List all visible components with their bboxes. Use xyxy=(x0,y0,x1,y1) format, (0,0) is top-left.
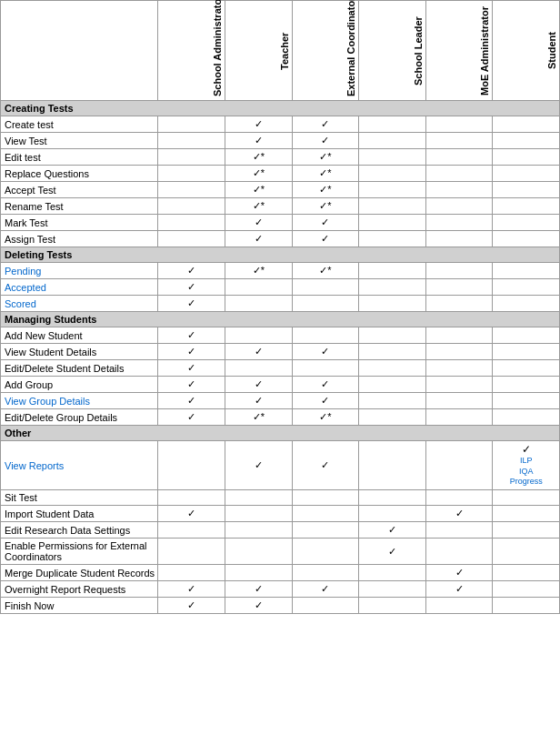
row-label: Assign Test xyxy=(1,231,158,247)
section-label: Managing Students xyxy=(1,312,560,327)
cell: ✓ xyxy=(158,581,225,598)
cell xyxy=(493,598,560,614)
table-row: Add Group✓✓✓ xyxy=(1,377,560,393)
cell xyxy=(493,166,560,182)
section-header: Creating Tests xyxy=(1,101,560,116)
cell xyxy=(359,279,426,296)
table-row: Edit/Delete Group Details✓✓*✓* xyxy=(1,409,560,426)
cell xyxy=(158,116,225,133)
row-label: Create test xyxy=(1,116,158,133)
cell xyxy=(493,565,560,581)
cell xyxy=(493,215,560,231)
cell xyxy=(225,539,293,565)
cell xyxy=(158,166,225,182)
section-label: Creating Tests xyxy=(1,101,560,116)
cell: ✓ xyxy=(225,598,293,614)
section-header: Other xyxy=(1,426,560,441)
cell xyxy=(359,296,426,312)
cell: ✓ xyxy=(225,441,293,490)
row-label[interactable]: View Reports xyxy=(1,441,158,490)
cell xyxy=(225,565,293,581)
cell xyxy=(425,377,493,393)
row-label: View Student Details xyxy=(1,344,158,360)
cell: ✓ xyxy=(158,506,225,522)
cell xyxy=(359,344,426,360)
cell xyxy=(225,522,293,539)
table-row: Finish Now✓✓ xyxy=(1,598,560,614)
cell xyxy=(425,296,493,312)
cell xyxy=(493,182,560,198)
cell xyxy=(493,296,560,312)
cell: ✓ xyxy=(425,565,493,581)
cell xyxy=(425,539,493,565)
cell xyxy=(158,231,225,247)
row-label: Mark Test xyxy=(1,215,158,231)
table-row: Sit Test xyxy=(1,490,560,506)
cell: ✓ xyxy=(292,133,359,149)
cell: ✓* xyxy=(225,182,293,198)
row-label[interactable]: Scored xyxy=(1,296,158,312)
cell xyxy=(493,539,560,565)
row-label: Edit/Delete Student Details xyxy=(1,360,158,377)
cell xyxy=(493,522,560,539)
section-label: Deleting Tests xyxy=(1,247,560,263)
cell xyxy=(225,327,293,344)
cell xyxy=(493,279,560,296)
table-row: Enable Permissions for External Coordina… xyxy=(1,539,560,565)
header-row: School Administrator Teacher External Co… xyxy=(1,1,560,101)
cell xyxy=(359,360,426,377)
cell xyxy=(292,296,359,312)
cell xyxy=(292,522,359,539)
cell xyxy=(425,598,493,614)
cell: ✓ xyxy=(359,522,426,539)
table-row: Accepted✓ xyxy=(1,279,560,296)
cell xyxy=(292,598,359,614)
cell xyxy=(425,279,493,296)
cell xyxy=(359,231,426,247)
cell xyxy=(359,490,426,506)
row-label: Enable Permissions for External Coordina… xyxy=(1,539,158,565)
cell: ✓ xyxy=(292,116,359,133)
row-label[interactable]: View Group Details xyxy=(1,393,158,409)
cell xyxy=(425,182,493,198)
row-label: Accept Test xyxy=(1,182,158,198)
cell xyxy=(425,149,493,166)
col-school-administrator: School Administrator xyxy=(158,1,225,101)
row-label: Sit Test xyxy=(1,490,158,506)
cell xyxy=(359,565,426,581)
cell xyxy=(158,215,225,231)
cell: ✓ xyxy=(158,263,225,279)
cell xyxy=(359,409,426,426)
cell: ✓* xyxy=(292,409,359,426)
cell xyxy=(425,263,493,279)
row-label: Add Group xyxy=(1,377,158,393)
cell xyxy=(425,231,493,247)
cell: ✓ xyxy=(425,581,493,598)
cell xyxy=(158,522,225,539)
cell xyxy=(493,327,560,344)
row-label: Add New Student xyxy=(1,327,158,344)
row-label: Finish Now xyxy=(1,598,158,614)
cell xyxy=(158,182,225,198)
col-student: Student xyxy=(493,1,560,101)
row-label[interactable]: Accepted xyxy=(1,279,158,296)
table-row: Create test✓✓ xyxy=(1,116,560,133)
table-row: View Group Details✓✓✓ xyxy=(1,393,560,409)
row-label: Merge Duplicate Student Records xyxy=(1,565,158,581)
cell: ✓* xyxy=(225,166,293,182)
cell xyxy=(493,198,560,215)
cell xyxy=(425,215,493,231)
cell xyxy=(425,133,493,149)
cell: ✓ xyxy=(225,377,293,393)
cell xyxy=(425,409,493,426)
cell xyxy=(225,360,293,377)
table-row: View Test✓✓ xyxy=(1,133,560,149)
row-label: Import Student Data xyxy=(1,506,158,522)
cell xyxy=(292,565,359,581)
cell: ✓ xyxy=(425,506,493,522)
table-row: Accept Test✓*✓* xyxy=(1,182,560,198)
table-row: Rename Test✓*✓* xyxy=(1,198,560,215)
cell xyxy=(158,539,225,565)
table-row: Edit Research Data Settings✓ xyxy=(1,522,560,539)
row-label[interactable]: Pending xyxy=(1,263,158,279)
